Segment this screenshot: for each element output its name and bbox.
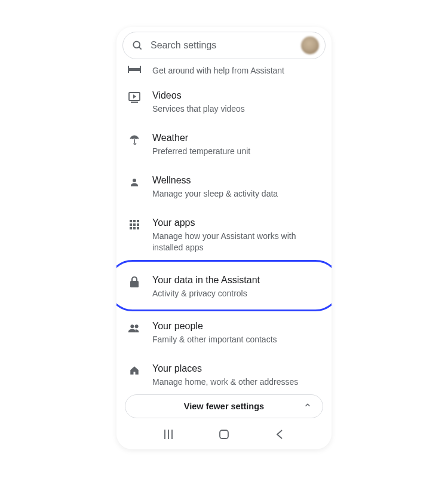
svg-rect-8 (134, 139, 135, 143)
list-item-title: Wellness (152, 174, 321, 187)
svg-rect-19 (130, 281, 139, 287)
svg-rect-12 (137, 220, 139, 222)
video-icon (127, 90, 142, 105)
list-item-your-people[interactable]: Your people Family & other important con… (116, 311, 332, 354)
list-item-your-places[interactable]: Your places Manage home, work & other ad… (116, 354, 332, 390)
svg-rect-17 (133, 227, 136, 229)
svg-line-1 (139, 47, 142, 50)
svg-rect-10 (130, 220, 132, 222)
android-nav-bar (116, 422, 332, 449)
list-item-wellness[interactable]: Wellness Manage your sleep & activity da… (116, 166, 332, 208)
list-item-sub: Activity & privacy controls (152, 288, 321, 299)
view-fewer-settings-button[interactable]: View fewer settings (125, 394, 323, 418)
list-item-title: Weather (152, 131, 321, 145)
search-icon (131, 39, 143, 51)
account-avatar[interactable] (301, 36, 319, 54)
svg-point-0 (133, 41, 140, 48)
search-bar[interactable]: Search settings (122, 32, 326, 59)
list-item-sub: Manage home, work & other addresses (152, 376, 321, 388)
list-item-title: Your data in the Assistant (152, 274, 321, 287)
list-item-weather[interactable]: Weather Preferred temperature unit (116, 123, 332, 166)
list-item-videos[interactable]: Videos Services that play videos (116, 81, 332, 123)
nav-back-button[interactable] (268, 429, 291, 440)
umbrella-icon (127, 133, 142, 147)
svg-rect-3 (128, 66, 129, 73)
list-item-sub: Get around with help from Assistant (152, 65, 321, 76)
svg-rect-14 (133, 223, 136, 226)
home-icon (127, 363, 142, 378)
svg-marker-6 (133, 94, 136, 99)
list-item-sub: Preferred temperature unit (152, 146, 321, 157)
search-placeholder: Search settings (151, 40, 294, 51)
view-fewer-label: View fewer settings (184, 402, 264, 411)
svg-rect-2 (128, 68, 141, 71)
person-icon (127, 175, 142, 189)
svg-rect-15 (137, 223, 139, 226)
list-item-sub: Manage your sleep & activity data (152, 188, 321, 200)
phone-frame: Search settings Get around with help fro… (116, 27, 332, 449)
list-item-sub: Services that play videos (152, 103, 321, 115)
list-item-sub: Family & other important contacts (152, 334, 321, 345)
nav-recents-button[interactable] (157, 429, 180, 440)
svg-point-20 (130, 324, 134, 328)
settings-list: Get around with help from Assistant Vide… (116, 59, 332, 390)
svg-rect-13 (130, 223, 132, 226)
list-item-transport[interactable]: Get around with help from Assistant (116, 60, 332, 81)
people-icon (127, 321, 142, 335)
list-item-title: Your apps (152, 216, 321, 229)
list-item-your-apps[interactable]: Your apps Manage how your Assistant work… (116, 208, 332, 262)
apps-grid-icon (127, 217, 142, 232)
svg-point-9 (133, 179, 136, 182)
list-item-sub: Manage how your Assistant works with ins… (152, 231, 321, 253)
lock-icon (127, 275, 142, 289)
list-item-title: Your people (152, 320, 321, 333)
list-item-title: Your places (152, 362, 321, 375)
svg-rect-25 (220, 430, 228, 439)
nav-home-button[interactable] (212, 428, 236, 440)
list-item-title: Videos (152, 89, 321, 102)
svg-point-21 (135, 324, 139, 328)
svg-rect-4 (140, 66, 141, 73)
svg-rect-18 (137, 227, 139, 229)
svg-rect-11 (133, 220, 136, 222)
chevron-up-icon (303, 401, 312, 412)
list-item-your-data[interactable]: Your data in the Assistant Activity & pr… (116, 262, 332, 311)
svg-rect-16 (130, 227, 132, 229)
bed-icon (127, 63, 142, 77)
